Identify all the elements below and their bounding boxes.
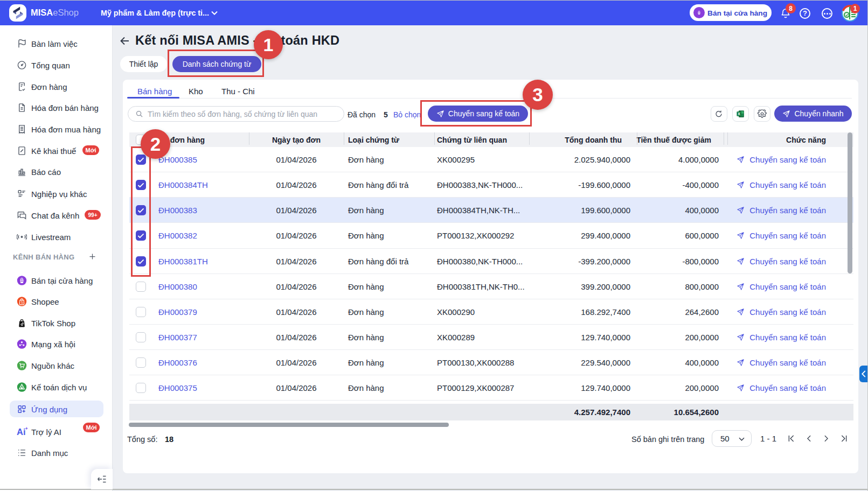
svg-text:X: X — [738, 112, 740, 116]
svg-text:Ai: Ai — [17, 427, 26, 437]
